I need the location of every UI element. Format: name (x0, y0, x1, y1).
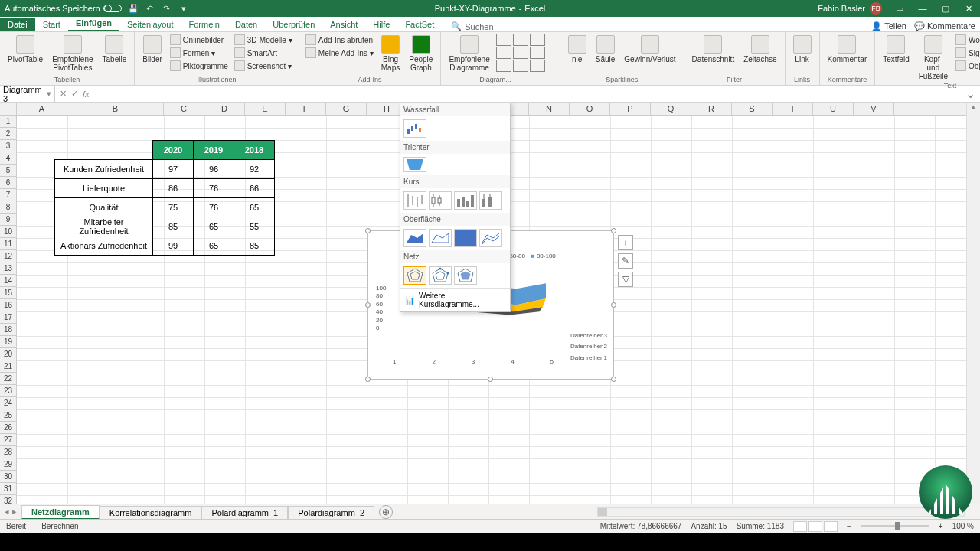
row-header-25[interactable]: 25 (0, 409, 16, 422)
chart-combo-icon[interactable] (530, 60, 545, 72)
col-header-U[interactable]: U (813, 103, 854, 115)
col-header-R[interactable]: R (691, 103, 732, 115)
tab-daten[interactable]: Daten (227, 18, 265, 31)
row-header-17[interactable]: 17 (0, 311, 16, 324)
surface-thumb-3[interactable] (454, 229, 477, 247)
chart-line-icon[interactable] (513, 34, 528, 46)
chart-area-icon[interactable] (513, 47, 528, 59)
pivottable-button[interactable]: PivotTable (5, 34, 46, 65)
people-graph-button[interactable]: People Graph (406, 34, 436, 73)
tab-hilfe[interactable]: Hilfe (365, 18, 397, 31)
zoom-out-icon[interactable]: − (847, 522, 851, 530)
object-button[interactable]: Objekt (954, 60, 980, 72)
qat-customize-icon[interactable]: ▾ (178, 3, 189, 14)
slicer-button[interactable]: Datenschnitt (689, 34, 738, 65)
chart-column-icon[interactable] (496, 34, 511, 46)
row-header-5[interactable]: 5 (0, 165, 16, 177)
row-qualitaet[interactable]: Qualität (55, 198, 153, 217)
col-header-N[interactable]: N (529, 103, 570, 115)
row-header-6[interactable]: 6 (0, 177, 16, 189)
zoom-in-icon[interactable]: + (939, 522, 943, 530)
row-header-1[interactable]: 1 (0, 116, 16, 128)
sheet-next-icon[interactable]: ▸ (12, 507, 17, 517)
funnel-thumb[interactable] (403, 157, 426, 172)
save-icon[interactable]: 💾 (128, 3, 139, 14)
row-header-16[interactable]: 16 (0, 299, 16, 311)
bing-maps-button[interactable]: Bing Maps (378, 34, 403, 73)
pictograms-button[interactable]: Piktogramme (168, 60, 230, 72)
row-header-2[interactable]: 2 (0, 128, 16, 140)
view-pagebreak-icon[interactable] (824, 521, 838, 532)
view-pagelayout-icon[interactable] (808, 521, 822, 532)
stock-thumb-2[interactable] (429, 191, 452, 210)
tab-ansicht[interactable]: Ansicht (322, 18, 365, 31)
row-header-14[interactable]: 14 (0, 275, 16, 287)
surface-thumb-2[interactable] (429, 229, 452, 247)
col-2019[interactable]: 2019 (194, 141, 234, 160)
sheet-prev-icon[interactable]: ◂ (5, 507, 9, 517)
col-header-T[interactable]: T (773, 103, 813, 115)
surface-thumb-1[interactable] (403, 229, 426, 247)
row-header-24[interactable]: 24 (0, 397, 16, 409)
row-header-11[interactable]: 11 (0, 238, 16, 250)
pictures-button[interactable]: Bilder (139, 34, 165, 65)
select-all-corner[interactable] (0, 103, 17, 116)
fx-cancel-icon[interactable]: ✕ (60, 89, 67, 99)
tab-einfuegen[interactable]: Einfügen (68, 16, 119, 31)
signature-button[interactable]: Signaturzeile ▾ (954, 47, 980, 59)
wordart-button[interactable]: WordArt ▾ (954, 34, 980, 46)
chart-stock-icon[interactable] (513, 60, 528, 72)
row-header-19[interactable]: 19 (0, 336, 16, 348)
avatar[interactable]: FB (870, 2, 882, 15)
col-header-P[interactable]: P (610, 103, 651, 115)
sheet-korrelation[interactable]: Korrelationsdiagramm (100, 506, 202, 519)
tab-file[interactable]: Datei (0, 18, 35, 31)
col-header-A[interactable]: A (17, 103, 67, 115)
3d-models-button[interactable]: 3D-Modelle ▾ (233, 34, 294, 46)
row-header-30[interactable]: 30 (0, 471, 16, 483)
row-header-28[interactable]: 28 (0, 446, 16, 458)
row-header-21[interactable]: 21 (0, 360, 16, 373)
tell-me-search[interactable]: 🔍 Suchen (451, 21, 493, 31)
row-header-32[interactable]: 32 (0, 495, 16, 504)
chart-styles-icon[interactable]: ✎ (618, 253, 633, 269)
ribbon-options-icon[interactable]: ▭ (888, 0, 911, 17)
row-kunden[interactable]: Kunden Zufriedenheit (55, 160, 153, 179)
undo-icon[interactable]: ↶ (145, 3, 155, 14)
more-charts-link[interactable]: 📊Weitere Kursdiagramme... (400, 288, 510, 311)
link-button[interactable]: Link (790, 34, 815, 65)
sparkline-column-button[interactable]: Säule (593, 34, 619, 65)
autosave-switch-icon[interactable] (103, 5, 122, 12)
view-normal-icon[interactable] (793, 521, 807, 532)
data-table[interactable]: 2020 2019 2018 Kunden Zufriedenheit97969… (54, 140, 275, 256)
zoom-level[interactable]: 100 % (952, 522, 974, 530)
row-header-31[interactable]: 31 (0, 483, 16, 495)
zoom-slider[interactable] (861, 525, 929, 527)
col-header-G[interactable]: G (326, 103, 367, 115)
redo-icon[interactable]: ↷ (162, 3, 172, 14)
col-header-F[interactable]: F (286, 103, 326, 115)
textbox-button[interactable]: Textfeld (880, 34, 912, 65)
col-header-E[interactable]: E (245, 103, 286, 115)
rec-charts-button[interactable]: Empfohlene Diagramme (446, 34, 492, 73)
stock-thumb-4[interactable] (479, 191, 502, 210)
row-header-15[interactable]: 15 (0, 287, 16, 299)
row-liefer[interactable]: Lieferquote (55, 179, 153, 198)
add-sheet-button[interactable]: ⊕ (379, 505, 393, 519)
minimize-icon[interactable]: ― (911, 0, 934, 17)
col-header-Q[interactable]: Q (651, 103, 691, 115)
chart-map-icon[interactable] (496, 60, 511, 72)
radar-thumb-2[interactable] (429, 266, 452, 285)
header-footer-button[interactable]: Kopf- und Fußzeile (916, 34, 951, 82)
formula-input[interactable] (93, 86, 961, 102)
row-aktionaers[interactable]: Aktionärs Zufriedenheit (55, 236, 153, 256)
chart-pie-icon[interactable] (530, 34, 545, 46)
get-addins-button[interactable]: Add-Ins abrufen (304, 34, 374, 46)
row-header-9[interactable]: 9 (0, 214, 16, 226)
row-header-3[interactable]: 3 (0, 140, 16, 152)
share-button[interactable]: 👤 Teilen (871, 21, 906, 31)
waterfall-thumb[interactable] (403, 119, 426, 138)
row-header-26[interactable]: 26 (0, 422, 16, 434)
row-header-18[interactable]: 18 (0, 324, 16, 336)
table-button[interactable]: Tabelle (100, 34, 130, 65)
